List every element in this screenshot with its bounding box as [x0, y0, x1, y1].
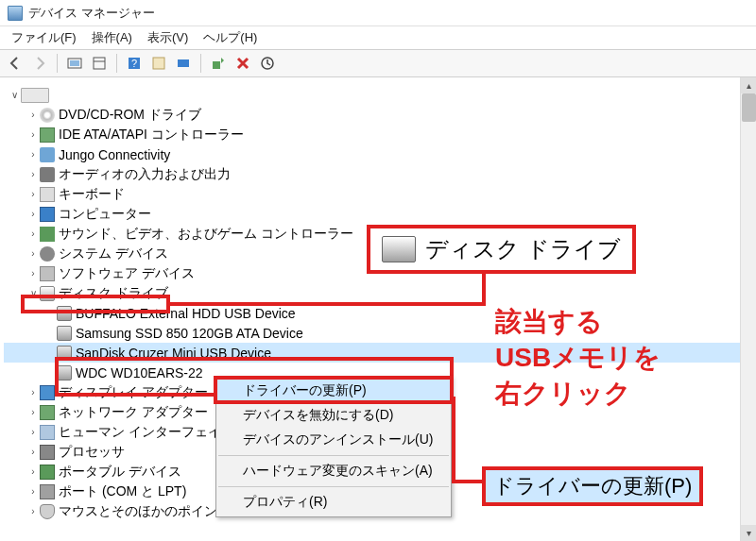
ctx-update-driver[interactable]: ドライバーの更新(P) — [216, 379, 451, 403]
tree-root-node[interactable]: ∨ — [4, 85, 752, 105]
details-button[interactable] — [88, 52, 111, 75]
category-label: ソフトウェア デバイス — [59, 265, 195, 282]
toolbar: ? — [0, 49, 756, 77]
ctx-scan-hardware[interactable]: ハードウェア変更のスキャン(A) — [216, 459, 451, 483]
window-title: デバイス マネージャー — [28, 5, 155, 22]
help-button[interactable]: ? — [123, 52, 146, 75]
expand-icon[interactable]: › — [26, 506, 40, 516]
port-icon — [40, 484, 55, 499]
uninstall-button[interactable] — [232, 52, 254, 75]
expand-icon[interactable]: › — [26, 169, 40, 179]
category-label: プロセッサ — [59, 444, 125, 461]
device-label: BUFFALO External HDD USB Device — [76, 306, 296, 321]
tree-category[interactable]: ›Jungo Connectivity — [4, 144, 752, 164]
tree-category[interactable]: ›コンピューター — [4, 204, 752, 224]
title-bar: デバイス マネージャー — [0, 0, 756, 26]
toolbar-separator — [200, 54, 201, 73]
scroll-up-arrow[interactable]: ▴ — [741, 77, 756, 93]
disc-icon — [40, 108, 55, 123]
category-label: オーディオの入力および出力 — [59, 166, 231, 183]
expand-icon[interactable]: › — [26, 209, 40, 219]
category-label: キーボード — [59, 186, 125, 203]
expand-icon[interactable]: › — [26, 228, 40, 239]
update-driver-button[interactable] — [256, 52, 279, 75]
menu-bar: ファイル(F) 操作(A) 表示(V) ヘルプ(H) — [0, 26, 756, 49]
context-menu: ドライバーの更新(P) デバイスを無効にする(D) デバイスのアンインストール(… — [215, 376, 452, 517]
category-label: コンピューター — [59, 206, 151, 223]
hid-icon — [40, 425, 55, 440]
show-hidden-button[interactable] — [63, 52, 86, 75]
ctx-properties[interactable]: プロパティ(R) — [216, 490, 451, 515]
properties-button[interactable] — [147, 52, 170, 75]
mouse-icon — [40, 504, 55, 519]
svg-rect-6 — [153, 58, 164, 69]
expand-icon[interactable]: › — [26, 447, 40, 457]
expand-icon[interactable]: › — [26, 189, 40, 199]
svg-rect-1 — [70, 60, 79, 66]
ctx-separator — [218, 486, 449, 487]
expand-icon[interactable]: › — [26, 466, 40, 477]
menu-file[interactable]: ファイル(F) — [4, 27, 84, 48]
vertical-scrollbar[interactable]: ▴ ▾ — [740, 77, 756, 541]
category-label: ポータブル デバイス — [59, 464, 181, 481]
audio-icon — [40, 167, 55, 182]
category-label: ネットワーク アダプター — [59, 404, 208, 421]
tree-category[interactable]: ›オーディオの入力および出力 — [4, 164, 752, 184]
callout-disk-drives: ディスク ドライブ — [367, 225, 636, 274]
menu-view[interactable]: 表示(V) — [140, 27, 196, 48]
expand-icon[interactable]: › — [26, 149, 40, 160]
forward-button[interactable] — [28, 52, 51, 75]
keyboard-icon — [40, 187, 55, 202]
tree-category[interactable]: ›キーボード — [4, 184, 752, 204]
scroll-down-arrow[interactable]: ▾ — [741, 525, 756, 541]
hdd-icon — [57, 346, 72, 361]
expand-icon[interactable]: › — [26, 110, 40, 120]
device-label: Samsung SSD 850 120GB ATA Device — [76, 326, 303, 341]
callout-disk-label: ディスク ドライブ — [425, 234, 621, 264]
tree-category-disk-drives[interactable]: ∨ディスク ドライブ — [4, 283, 752, 303]
collapse-icon[interactable]: ∨ — [8, 90, 21, 100]
svg-rect-7 — [178, 59, 189, 67]
expand-icon[interactable]: › — [26, 129, 40, 140]
display-icon — [40, 385, 55, 400]
expand-icon[interactable]: › — [26, 407, 40, 417]
device-label: SanDisk Cruzer Mini USB Device — [76, 346, 271, 361]
tree-category[interactable]: ›DVD/CD-ROM ドライブ — [4, 105, 752, 125]
expand-icon[interactable]: › — [26, 387, 40, 397]
ctx-disable-device[interactable]: デバイスを無効にする(D) — [216, 403, 451, 428]
ctx-separator — [218, 455, 449, 456]
category-label: サウンド、ビデオ、およびゲーム コントローラー — [59, 226, 353, 243]
back-button[interactable] — [4, 52, 26, 75]
callout-update-label: ドライバーの更新(P) — [493, 474, 692, 498]
expand-icon[interactable]: › — [26, 486, 40, 497]
instruction-line2: USBメモリを — [495, 343, 661, 372]
view-button[interactable] — [172, 52, 195, 75]
svg-rect-2 — [94, 58, 105, 69]
category-label: IDE ATA/ATAPI コントローラー — [59, 127, 244, 144]
computer-icon — [21, 88, 49, 103]
scan-hardware-button[interactable] — [207, 52, 230, 75]
tree-category[interactable]: ›IDE ATA/ATAPI コントローラー — [4, 125, 752, 144]
menu-help[interactable]: ヘルプ(H) — [196, 27, 265, 48]
menu-action[interactable]: 操作(A) — [84, 27, 140, 48]
category-label: ディスプレイ アダプター — [59, 384, 208, 401]
cpu-icon — [40, 445, 55, 460]
ctx-uninstall-device[interactable]: デバイスのアンインストール(U) — [216, 428, 451, 452]
scroll-thumb[interactable] — [742, 93, 756, 122]
hdd-icon — [57, 326, 72, 341]
drive-icon — [382, 236, 416, 262]
toolbar-separator — [57, 54, 58, 73]
portable-icon — [40, 465, 55, 480]
expand-icon[interactable]: › — [26, 427, 40, 437]
network-icon — [40, 405, 55, 420]
software-icon — [40, 266, 55, 281]
toolbar-separator — [116, 54, 117, 73]
device-manager-icon — [8, 6, 23, 21]
expand-icon[interactable]: › — [26, 268, 40, 279]
sound-icon — [40, 227, 55, 242]
drive-icon — [40, 286, 55, 301]
category-label: システム デバイス — [59, 245, 168, 262]
collapse-icon[interactable]: ∨ — [26, 288, 40, 298]
expand-icon[interactable]: › — [26, 248, 40, 259]
computer-cat-icon — [40, 207, 55, 222]
